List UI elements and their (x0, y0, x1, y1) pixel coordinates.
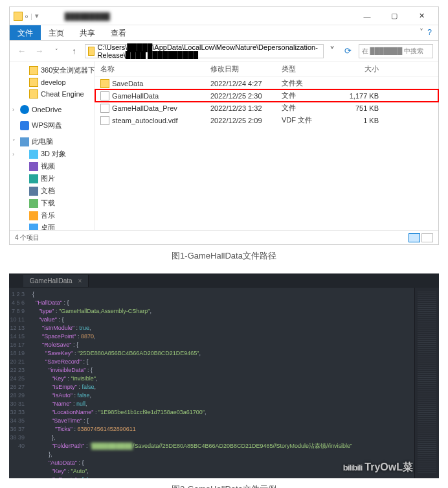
folder-icon (100, 79, 109, 88)
pc-icon (20, 137, 29, 146)
file-date: 2022/12/25 2:09 (210, 117, 282, 124)
file-row[interactable]: steam_autocloud.vdf2022/12/25 2:09VDF 文件… (95, 114, 438, 126)
file-size: 1 KB (333, 117, 379, 124)
file-row[interactable]: SaveData2022/12/24 4:27文件夹 (95, 77, 438, 89)
column-type[interactable]: 类型 (282, 64, 333, 74)
code-area[interactable]: { "HallData" : { "type" : "GameHallData,… (28, 288, 414, 478)
sidebar-item-cheat[interactable]: Cheat Engine (10, 88, 95, 100)
folder-icon (29, 66, 38, 75)
nav-back-button[interactable]: ← (15, 44, 28, 58)
sidebar-item-music[interactable]: 音乐 (10, 209, 95, 222)
nav-up-button[interactable]: ↑ (67, 44, 81, 58)
file-list: 名称 修改日期 类型 大小 SaveData2022/12/24 4:27文件夹… (95, 62, 438, 230)
folder-icon (88, 47, 95, 56)
file-date: 2022/12/24 4:27 (210, 80, 282, 87)
view-icons-button[interactable] (421, 233, 433, 242)
close-button[interactable]: ✕ (409, 9, 434, 23)
file-type: 文件 (282, 103, 333, 113)
file-row[interactable]: GameHallData_Prev2022/12/23 1:32文件751 KB (95, 102, 438, 114)
tab-close-icon[interactable]: × (78, 277, 82, 285)
sidebar-item-thispc[interactable]: ˅此电脑 (10, 135, 95, 148)
tab-share[interactable]: 共享 (72, 25, 103, 40)
picture-icon (29, 174, 38, 183)
download-icon (29, 199, 38, 208)
qat-divider-icon: | (30, 12, 32, 20)
sidebar-item-develop[interactable]: develop (10, 76, 95, 88)
desktop-icon (29, 224, 38, 231)
sidebar-item-download[interactable]: 下载 (10, 197, 95, 209)
watermark: bilibili TryOwL菜 (343, 461, 413, 474)
titlebar: ▫ | ▾ █████████ — ▢ ✕ (10, 7, 438, 25)
figure1-caption: 图1-GameHallData文件路径 (0, 250, 448, 262)
music-icon (29, 211, 38, 220)
ribbon-tabs: 文件 主页 共享 查看 ˅ ? (10, 25, 438, 41)
file-icon (100, 104, 109, 113)
chevron-down-icon[interactable]: ˅ (12, 139, 16, 145)
tab-label: GameHallData (30, 277, 73, 285)
file-icon (100, 116, 109, 125)
file-explorer-window: ▫ | ▾ █████████ — ▢ ✕ 文件 主页 共享 查看 ˅ ? ← … (9, 6, 439, 245)
sidebar-item-360[interactable]: 360安全浏览器下载 (10, 64, 95, 76)
qat-save-icon[interactable]: ▫ (25, 12, 28, 20)
window-title: █████████ (39, 12, 354, 20)
file-row[interactable]: GameHallData2022/12/25 2:30文件1,177 KB (95, 89, 438, 102)
tab-home[interactable]: 主页 (41, 25, 72, 40)
document-icon (29, 187, 38, 196)
address-path: C:\Users\█████\AppData\LocalLow\MeowNatu… (97, 43, 320, 59)
folder-icon (14, 12, 23, 21)
maximize-button[interactable]: ▢ (381, 9, 407, 23)
video-icon (29, 162, 38, 171)
address-dropdown-icon[interactable]: ˅ (328, 45, 337, 57)
onedrive-icon (20, 105, 29, 114)
file-name: SaveData (112, 80, 143, 87)
file-type: 文件 (282, 91, 333, 100)
refresh-button[interactable]: ⟳ (341, 46, 355, 56)
view-details-button[interactable] (409, 233, 420, 242)
sidebar-item-pic[interactable]: 图片 (10, 172, 95, 185)
file-type: 文件夹 (282, 78, 333, 88)
3d-icon (29, 150, 38, 159)
ribbon-expand-icon[interactable]: ˅ (420, 28, 423, 38)
file-date: 2022/12/23 1:32 (210, 104, 282, 112)
figure2-caption: 图2-GameHallData文件示例 (0, 483, 448, 488)
watermark-logo: bilibili (343, 463, 363, 472)
nav-recent-dropdown[interactable]: ˅ (50, 44, 63, 58)
search-placeholder: 在 ███████ 中搜索 (362, 47, 423, 56)
file-name: steam_autocloud.vdf (112, 117, 178, 124)
navigation-pane: 360安全浏览器下载 develop Cheat Engine ›OneDriv… (10, 62, 95, 230)
file-name: GameHallData_Prev (112, 104, 177, 112)
sidebar-item-desktop[interactable]: 桌面 (10, 222, 95, 230)
tab-file[interactable]: 文件 (10, 25, 41, 40)
file-icon (100, 91, 109, 100)
wps-icon (20, 121, 29, 130)
nav-forward-button[interactable]: → (32, 44, 46, 58)
minimize-button[interactable]: — (354, 9, 380, 23)
file-size: 1,177 KB (333, 92, 379, 100)
file-size: 751 KB (333, 104, 379, 112)
address-bar: ← → ˅ ↑ C:\Users\█████\AppData\LocalLow\… (10, 41, 438, 62)
sidebar-item-3d[interactable]: ›3D 对象 (10, 148, 95, 160)
minimap[interactable] (414, 288, 439, 478)
file-date: 2022/12/25 2:30 (210, 92, 282, 100)
line-gutter: 1 2 3 4 5 6 7 8 9 10 11 12 13 14 15 16 1… (9, 288, 28, 478)
column-size[interactable]: 大小 (333, 64, 379, 74)
sidebar-item-onedrive[interactable]: ›OneDrive (10, 104, 95, 115)
tab-view[interactable]: 查看 (103, 25, 134, 40)
sidebar-item-wps[interactable]: WPS网盘 (10, 119, 95, 132)
chevron-right-icon[interactable]: › (12, 106, 14, 113)
watermark-text: TryOwL菜 (364, 461, 413, 474)
file-name: GameHallData (112, 92, 159, 100)
search-input[interactable]: 在 ███████ 中搜索 (359, 44, 433, 58)
column-headers: 名称 修改日期 类型 大小 (95, 62, 438, 77)
column-name[interactable]: 名称 (100, 64, 210, 74)
editor-tabbar: GameHallData × (9, 273, 439, 288)
code-editor: GameHallData × 1 2 3 4 5 6 7 8 9 10 11 1… (9, 273, 439, 478)
help-icon[interactable]: ? (427, 28, 432, 38)
editor-tab[interactable]: GameHallData × (23, 275, 89, 287)
sidebar-item-video[interactable]: 视频 (10, 160, 95, 172)
address-input[interactable]: C:\Users\█████\AppData\LocalLow\MeowNatu… (85, 44, 323, 58)
folder-icon (29, 78, 38, 87)
chevron-right-icon[interactable]: › (12, 151, 14, 157)
column-date[interactable]: 修改日期 (210, 64, 282, 74)
sidebar-item-doc[interactable]: 文档 (10, 185, 95, 197)
